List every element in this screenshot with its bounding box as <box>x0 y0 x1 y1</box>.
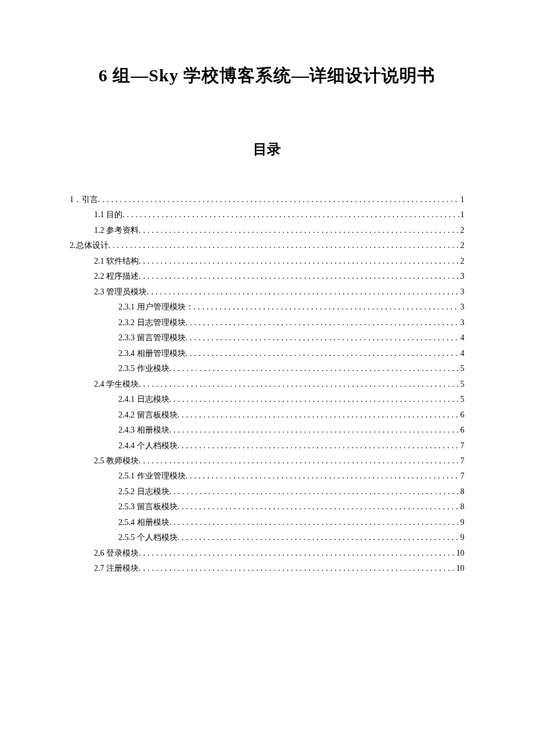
toc-leader-dots <box>186 330 460 345</box>
toc-entry-page: 4 <box>459 330 464 345</box>
toc-leader-dots <box>139 453 459 468</box>
toc-entry: 2.总体设计2 <box>70 238 464 253</box>
toc-entry-page: 7 <box>459 453 464 468</box>
toc-entry-label: 2.1 软件结构 <box>94 254 139 268</box>
toc-entry: 2.5 教师模块7 <box>70 453 464 468</box>
toc-entry-label: 2.3.1 用户管理模块： <box>118 300 194 314</box>
toc-heading: 目录 <box>70 140 464 159</box>
toc-entry-label: 2.2 程序描述 <box>94 269 139 283</box>
toc-entry-label: 2.4.3 相册模块 <box>118 423 169 437</box>
toc-leader-dots <box>178 408 460 422</box>
toc-leader-dots <box>98 192 459 207</box>
toc-entry: 2.3.2 日志管理模块3 <box>70 315 464 330</box>
toc-entry-label: 2.5.4 相册模块 <box>118 515 169 530</box>
toc-entry-label: 1.2 参考资料 <box>94 223 139 237</box>
toc-entry-page: 5 <box>459 361 464 376</box>
toc-entry-label: 2.总体设计 <box>70 238 109 253</box>
toc-entry-page: 9 <box>459 515 464 530</box>
toc-entry: 2.7 注册模块10 <box>70 561 464 575</box>
toc-entry-label: 2.6 登录模块 <box>94 546 139 560</box>
toc-leader-dots <box>186 469 460 483</box>
toc-leader-dots <box>186 315 460 330</box>
toc-leader-dots <box>139 269 459 283</box>
toc-entry-label: 2.5.3 留言板模块 <box>118 499 178 514</box>
toc-entry: 1.1 目的1 <box>70 207 464 222</box>
toc-entry: 2.5.5 个人档模块9 <box>70 530 464 545</box>
toc-leader-dots <box>178 530 460 545</box>
toc-entry-label: 2.5.1 作业管理模块 <box>118 469 186 483</box>
toc-leader-dots <box>169 392 460 406</box>
toc-entry: 2.4.3 相册模块6 <box>70 423 464 437</box>
toc-leader-dots <box>122 207 459 222</box>
toc-entry: 2.5.2 日志模块8 <box>70 484 464 499</box>
toc-entry-page: 4 <box>459 346 464 361</box>
toc-entry: 2.5.4 相册模块9 <box>70 515 464 530</box>
toc-entry-label: 2.3.5 作业模块 <box>118 361 169 376</box>
toc-entry-page: 7 <box>459 438 464 453</box>
toc-entry-page: 6 <box>459 408 464 422</box>
toc-entry: 2.3.5 作业模块5 <box>70 361 464 376</box>
toc-entry: 2.4.1 日志模块5 <box>70 392 464 406</box>
toc-leader-dots <box>139 377 459 391</box>
toc-leader-dots <box>139 254 459 268</box>
toc-leader-dots <box>109 238 460 253</box>
toc-entry-label: 2.3.4 相册管理模块 <box>118 346 186 361</box>
toc-entry-label: 2.3.2 日志管理模块 <box>118 315 186 330</box>
toc-leader-dots <box>178 438 460 453</box>
toc-leader-dots <box>169 484 460 499</box>
toc-leader-dots <box>139 561 455 575</box>
toc-entry-page: 3 <box>459 315 464 330</box>
toc-entry: 1．引言1 <box>70 192 464 207</box>
toc-entry-page: 5 <box>459 392 464 406</box>
toc-leader-dots <box>186 346 460 361</box>
toc-entry-page: 10 <box>455 546 464 560</box>
toc-entry-page: 10 <box>455 561 464 575</box>
toc-entry-page: 3 <box>459 285 464 299</box>
toc-leader-dots <box>169 361 460 376</box>
toc-entry: 2.3 管理员模块3 <box>70 285 464 299</box>
toc-entry-label: 2.5 教师模块 <box>94 453 139 468</box>
toc-entry-label: 1.1 目的 <box>94 207 122 222</box>
toc-entry-label: 2.4.1 日志模块 <box>118 392 169 406</box>
toc-entry-page: 1 <box>459 207 464 222</box>
toc-entry-page: 6 <box>459 423 464 437</box>
toc-entry-label: 2.4.2 留言板模块 <box>118 408 178 422</box>
toc-leader-dots <box>169 423 460 437</box>
toc-entry-page: 1 <box>459 192 464 207</box>
toc-entry-page: 3 <box>459 269 464 283</box>
toc-leader-dots <box>178 499 460 514</box>
toc-entry-label: 2.5.2 日志模块 <box>118 484 169 499</box>
toc-entry-page: 3 <box>459 300 464 314</box>
toc-entry: 2.5.3 留言板模块8 <box>70 499 464 514</box>
toc-entry-page: 2 <box>459 254 464 268</box>
toc-entry: 2.5.1 作业管理模块7 <box>70 469 464 483</box>
toc-entry-label: 1．引言 <box>70 192 98 207</box>
toc-entry: 2.3.3 留言管理模块4 <box>70 330 464 345</box>
toc-entry: 1.2 参考资料2 <box>70 223 464 237</box>
toc-entry-label: 2.3.3 留言管理模块 <box>118 330 186 345</box>
toc-entry-page: 8 <box>459 484 464 499</box>
toc-entry: 2.6 登录模块10 <box>70 546 464 560</box>
toc-entry: 2.3.4 相册管理模块4 <box>70 346 464 361</box>
document-title: 6 组—Sky 学校博客系统—详细设计说明书 <box>70 64 464 88</box>
toc-leader-dots <box>147 285 459 299</box>
toc-entry-page: 9 <box>459 530 464 545</box>
table-of-contents: 1．引言11.1 目的11.2 参考资料22.总体设计22.1 软件结构22.2… <box>70 192 464 576</box>
toc-entry-page: 2 <box>459 223 464 237</box>
toc-entry: 2.2 程序描述3 <box>70 269 464 283</box>
toc-entry-label: 2.3 管理员模块 <box>94 285 147 299</box>
toc-entry-page: 2 <box>459 238 464 253</box>
toc-leader-dots <box>139 546 455 560</box>
toc-entry-label: 2.4 学生模块 <box>94 377 139 391</box>
toc-entry-label: 2.4.4 个人档模块 <box>118 438 178 453</box>
toc-leader-dots <box>139 223 459 237</box>
toc-entry-page: 8 <box>459 499 464 514</box>
toc-entry-page: 7 <box>459 469 464 483</box>
toc-leader-dots <box>169 515 460 530</box>
toc-entry: 2.4.4 个人档模块7 <box>70 438 464 453</box>
toc-entry: 2.1 软件结构2 <box>70 254 464 268</box>
toc-entry-label: 2.7 注册模块 <box>94 561 139 575</box>
toc-entry: 2.3.1 用户管理模块：3 <box>70 300 464 314</box>
toc-entry-page: 5 <box>459 377 464 391</box>
toc-leader-dots <box>194 300 460 314</box>
